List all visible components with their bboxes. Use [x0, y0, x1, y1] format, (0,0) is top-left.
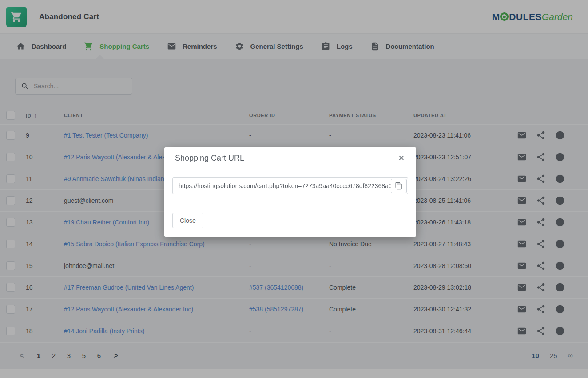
modal-header: Shopping Cart URL ✕ [164, 147, 416, 169]
cart-url-value[interactable]: https://hostingsolutions.com/cart.php?to… [173, 182, 391, 189]
modal-body: https://hostingsolutions.com/cart.php?to… [164, 169, 416, 207]
shopping-cart-url-modal: Shopping Cart URL ✕ https://hostingsolut… [164, 147, 416, 237]
copy-url-button[interactable] [391, 179, 407, 193]
close-button[interactable]: Close [172, 213, 203, 228]
cart-url-input-group: https://hostingsolutions.com/cart.php?to… [172, 177, 408, 194]
close-icon[interactable]: ✕ [397, 154, 405, 163]
modal-footer: Close [164, 207, 416, 237]
modal-title: Shopping Cart URL [175, 154, 244, 163]
copy-icon [395, 182, 403, 190]
